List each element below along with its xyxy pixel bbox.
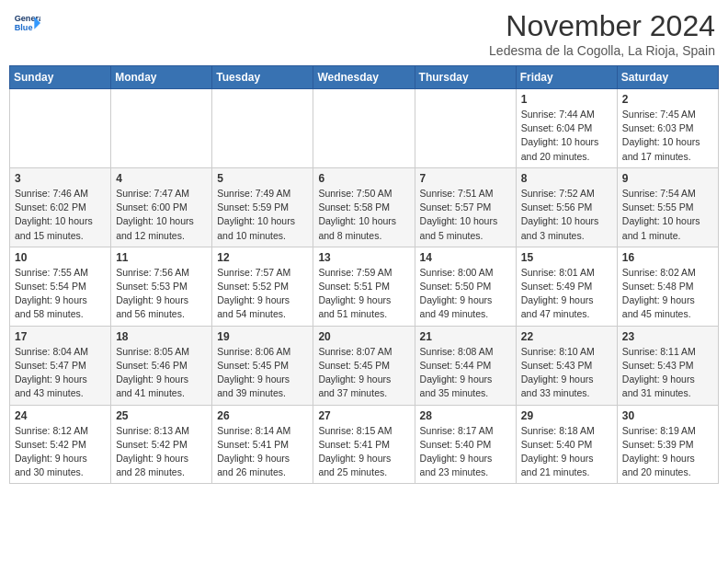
- day-number: 19: [217, 330, 308, 343]
- day-content: Sunrise: 8:11 AM Sunset: 5:43 PM Dayligh…: [622, 345, 713, 401]
- calendar-cell: 6Sunrise: 7:50 AM Sunset: 5:58 PM Daylig…: [313, 167, 415, 247]
- day-number: 12: [217, 251, 308, 264]
- calendar-cell: 1Sunrise: 7:44 AM Sunset: 6:04 PM Daylig…: [516, 89, 617, 168]
- day-content: Sunrise: 8:15 AM Sunset: 5:41 PM Dayligh…: [318, 424, 409, 480]
- day-content: Sunrise: 8:19 AM Sunset: 5:39 PM Dayligh…: [622, 424, 713, 480]
- month-title: November 2024: [489, 9, 715, 43]
- day-content: Sunrise: 8:10 AM Sunset: 5:43 PM Dayligh…: [521, 345, 612, 401]
- day-content: Sunrise: 8:12 AM Sunset: 5:42 PM Dayligh…: [15, 424, 106, 480]
- calendar-cell: 5Sunrise: 7:49 AM Sunset: 5:59 PM Daylig…: [212, 167, 313, 247]
- calendar-cell: 19Sunrise: 8:06 AM Sunset: 5:45 PM Dayli…: [212, 326, 313, 405]
- calendar-cell: 14Sunrise: 8:00 AM Sunset: 5:50 PM Dayli…: [415, 247, 516, 326]
- title-block: November 2024 Ledesma de la Cogolla, La …: [489, 9, 715, 58]
- calendar-week-4: 17Sunrise: 8:04 AM Sunset: 5:47 PM Dayli…: [10, 326, 719, 405]
- day-number: 15: [521, 251, 612, 264]
- day-content: Sunrise: 7:54 AM Sunset: 5:55 PM Dayligh…: [622, 187, 713, 243]
- day-content: Sunrise: 7:49 AM Sunset: 5:59 PM Dayligh…: [217, 187, 308, 243]
- day-number: 25: [116, 409, 207, 422]
- day-number: 14: [420, 251, 511, 264]
- calendar-cell: 17Sunrise: 8:04 AM Sunset: 5:47 PM Dayli…: [10, 326, 111, 405]
- day-content: Sunrise: 8:00 AM Sunset: 5:50 PM Dayligh…: [420, 266, 511, 322]
- day-number: 7: [420, 172, 511, 185]
- calendar-table: SundayMondayTuesdayWednesdayThursdayFrid…: [9, 65, 719, 484]
- calendar-cell: [10, 89, 111, 168]
- svg-text:Blue: Blue: [15, 23, 33, 32]
- day-number: 22: [521, 330, 612, 343]
- day-content: Sunrise: 7:55 AM Sunset: 5:54 PM Dayligh…: [15, 266, 106, 322]
- day-number: 11: [116, 251, 207, 264]
- calendar-week-5: 24Sunrise: 8:12 AM Sunset: 5:42 PM Dayli…: [10, 405, 719, 484]
- calendar-week-3: 10Sunrise: 7:55 AM Sunset: 5:54 PM Dayli…: [10, 247, 719, 326]
- calendar-cell: 12Sunrise: 7:57 AM Sunset: 5:52 PM Dayli…: [212, 247, 313, 326]
- calendar-cell: 29Sunrise: 8:18 AM Sunset: 5:40 PM Dayli…: [516, 405, 617, 484]
- logo-icon: General Blue: [13, 9, 40, 37]
- day-number: 26: [217, 409, 308, 422]
- day-content: Sunrise: 7:57 AM Sunset: 5:52 PM Dayligh…: [217, 266, 308, 322]
- day-content: Sunrise: 8:13 AM Sunset: 5:42 PM Dayligh…: [116, 424, 207, 480]
- day-content: Sunrise: 7:45 AM Sunset: 6:03 PM Dayligh…: [622, 108, 713, 164]
- calendar-cell: [212, 89, 313, 168]
- calendar-cell: 2Sunrise: 7:45 AM Sunset: 6:03 PM Daylig…: [617, 89, 718, 168]
- weekday-header-friday: Friday: [516, 66, 617, 89]
- day-number: 3: [15, 172, 106, 185]
- calendar-week-2: 3Sunrise: 7:46 AM Sunset: 6:02 PM Daylig…: [10, 167, 719, 247]
- calendar-cell: 20Sunrise: 8:07 AM Sunset: 5:45 PM Dayli…: [313, 326, 415, 405]
- day-content: Sunrise: 7:51 AM Sunset: 5:57 PM Dayligh…: [420, 187, 511, 243]
- calendar-cell: 25Sunrise: 8:13 AM Sunset: 5:42 PM Dayli…: [111, 405, 212, 484]
- day-content: Sunrise: 8:14 AM Sunset: 5:41 PM Dayligh…: [217, 424, 308, 480]
- calendar-cell: 22Sunrise: 8:10 AM Sunset: 5:43 PM Dayli…: [516, 326, 617, 405]
- day-content: Sunrise: 7:46 AM Sunset: 6:02 PM Dayligh…: [15, 187, 106, 243]
- day-number: 6: [318, 172, 409, 185]
- page-header: General Blue November 2024 Ledesma de la…: [9, 9, 719, 58]
- logo: General Blue: [13, 9, 40, 37]
- day-content: Sunrise: 7:47 AM Sunset: 6:00 PM Dayligh…: [116, 187, 207, 243]
- day-content: Sunrise: 8:06 AM Sunset: 5:45 PM Dayligh…: [217, 345, 308, 401]
- day-content: Sunrise: 8:08 AM Sunset: 5:44 PM Dayligh…: [420, 345, 511, 401]
- day-content: Sunrise: 7:52 AM Sunset: 5:56 PM Dayligh…: [521, 187, 612, 243]
- calendar-cell: 23Sunrise: 8:11 AM Sunset: 5:43 PM Dayli…: [617, 326, 718, 405]
- weekday-header-wednesday: Wednesday: [313, 66, 415, 89]
- day-number: 27: [318, 409, 409, 422]
- calendar-cell: 27Sunrise: 8:15 AM Sunset: 5:41 PM Dayli…: [313, 405, 415, 484]
- day-number: 5: [217, 172, 308, 185]
- day-number: 18: [116, 330, 207, 343]
- weekday-header-sunday: Sunday: [10, 66, 111, 89]
- calendar-cell: 10Sunrise: 7:55 AM Sunset: 5:54 PM Dayli…: [10, 247, 111, 326]
- day-content: Sunrise: 7:44 AM Sunset: 6:04 PM Dayligh…: [521, 108, 612, 164]
- day-number: 2: [622, 93, 713, 106]
- day-number: 30: [622, 409, 713, 422]
- calendar-cell: [111, 89, 212, 168]
- calendar-cell: 13Sunrise: 7:59 AM Sunset: 5:51 PM Dayli…: [313, 247, 415, 326]
- day-number: 16: [622, 251, 713, 264]
- location: Ledesma de la Cogolla, La Rioja, Spain: [489, 43, 715, 58]
- day-number: 24: [15, 409, 106, 422]
- day-content: Sunrise: 8:01 AM Sunset: 5:49 PM Dayligh…: [521, 266, 612, 322]
- day-content: Sunrise: 8:07 AM Sunset: 5:45 PM Dayligh…: [318, 345, 409, 401]
- day-number: 9: [622, 172, 713, 185]
- calendar-cell: 9Sunrise: 7:54 AM Sunset: 5:55 PM Daylig…: [617, 167, 718, 247]
- day-number: 17: [15, 330, 106, 343]
- day-content: Sunrise: 8:17 AM Sunset: 5:40 PM Dayligh…: [420, 424, 511, 480]
- calendar-cell: 28Sunrise: 8:17 AM Sunset: 5:40 PM Dayli…: [415, 405, 516, 484]
- calendar-cell: 16Sunrise: 8:02 AM Sunset: 5:48 PM Dayli…: [617, 247, 718, 326]
- weekday-header-tuesday: Tuesday: [212, 66, 313, 89]
- calendar-cell: 24Sunrise: 8:12 AM Sunset: 5:42 PM Dayli…: [10, 405, 111, 484]
- day-content: Sunrise: 8:18 AM Sunset: 5:40 PM Dayligh…: [521, 424, 612, 480]
- calendar-cell: 26Sunrise: 8:14 AM Sunset: 5:41 PM Dayli…: [212, 405, 313, 484]
- calendar-cell: 21Sunrise: 8:08 AM Sunset: 5:44 PM Dayli…: [415, 326, 516, 405]
- calendar-cell: 11Sunrise: 7:56 AM Sunset: 5:53 PM Dayli…: [111, 247, 212, 326]
- day-number: 28: [420, 409, 511, 422]
- calendar-cell: 4Sunrise: 7:47 AM Sunset: 6:00 PM Daylig…: [111, 167, 212, 247]
- day-content: Sunrise: 8:04 AM Sunset: 5:47 PM Dayligh…: [15, 345, 106, 401]
- day-number: 20: [318, 330, 409, 343]
- day-number: 21: [420, 330, 511, 343]
- weekday-header-thursday: Thursday: [415, 66, 516, 89]
- calendar-cell: [313, 89, 415, 168]
- day-number: 4: [116, 172, 207, 185]
- day-number: 1: [521, 93, 612, 106]
- day-content: Sunrise: 7:56 AM Sunset: 5:53 PM Dayligh…: [116, 266, 207, 322]
- calendar-cell: 15Sunrise: 8:01 AM Sunset: 5:49 PM Dayli…: [516, 247, 617, 326]
- calendar-cell: 7Sunrise: 7:51 AM Sunset: 5:57 PM Daylig…: [415, 167, 516, 247]
- day-number: 29: [521, 409, 612, 422]
- day-content: Sunrise: 7:50 AM Sunset: 5:58 PM Dayligh…: [318, 187, 409, 243]
